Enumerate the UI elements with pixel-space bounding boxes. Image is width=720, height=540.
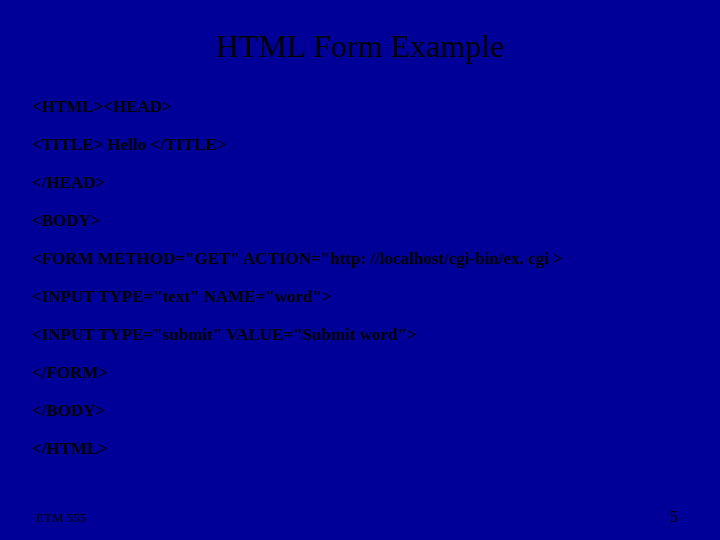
code-line: </FORM> xyxy=(32,363,688,383)
code-line: <BODY> xyxy=(32,211,688,231)
code-line: <TITLE> Hello </TITLE> xyxy=(32,135,688,155)
code-line: </HEAD> xyxy=(32,173,688,193)
code-line: <HTML><HEAD> xyxy=(32,97,688,117)
code-line: <INPUT TYPE="text" NAME="word"> xyxy=(32,287,688,307)
slide-title: HTML Form Example xyxy=(32,28,688,65)
slide: HTML Form Example <HTML><HEAD> <TITLE> H… xyxy=(0,0,720,540)
footer-course: ETM 555 xyxy=(36,510,86,526)
code-line: <INPUT TYPE="submit" VALUE="Submit word"… xyxy=(32,325,688,345)
code-line: <FORM METHOD="GET" ACTION="http: //local… xyxy=(32,249,688,269)
code-block: <HTML><HEAD> <TITLE> Hello </TITLE> </HE… xyxy=(32,97,688,459)
code-line: </HTML> xyxy=(32,439,688,459)
code-line: </BODY> xyxy=(32,401,688,421)
footer-page-number: 5 xyxy=(670,508,678,526)
